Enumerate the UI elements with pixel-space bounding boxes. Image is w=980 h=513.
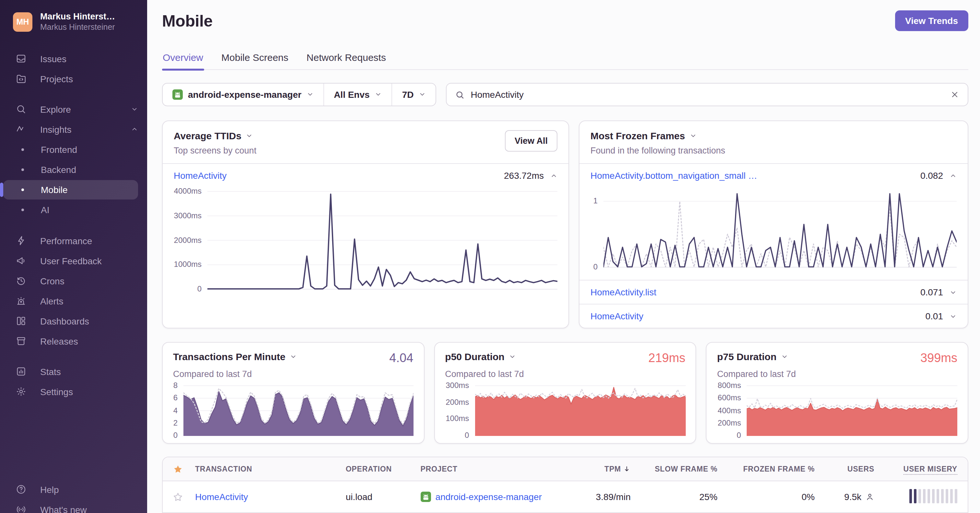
transaction-search[interactable] — [446, 83, 968, 106]
star-icon[interactable] — [173, 464, 195, 474]
project-selector[interactable]: android-expense-manager — [163, 84, 323, 106]
tpm-area-chart[interactable] — [183, 385, 413, 436]
column-header-users[interactable]: USERS — [848, 465, 874, 473]
lightning-icon — [16, 235, 27, 246]
card-title-label: p50 Duration — [445, 351, 504, 362]
gear-icon — [16, 386, 27, 397]
search-icon — [16, 103, 27, 115]
frozen-line-chart[interactable] — [603, 191, 957, 267]
avatar: MH — [13, 12, 32, 32]
column-header-project[interactable]: PROJECT — [420, 465, 561, 473]
inbox-icon — [16, 53, 27, 64]
y-tick-label: 100ms — [445, 414, 469, 424]
sidebar-item-label: Mobile — [41, 184, 68, 195]
sidebar-item-user-feedback[interactable]: User Feedback — [0, 251, 147, 271]
sidebar-item-insights[interactable]: Insights — [0, 119, 147, 139]
transaction-link[interactable]: HomeActivity — [195, 492, 248, 502]
transaction-link[interactable]: HomeActivity — [174, 170, 226, 181]
card-title-label: Transactions Per Minute — [173, 351, 285, 362]
tpm-title-dropdown[interactable]: Transactions Per Minute — [173, 351, 297, 362]
user-org: Markus Hintersteiner — [40, 23, 115, 32]
frozen-accordion-row-3[interactable]: HomeActivity 0.01 — [579, 304, 968, 328]
sidebar-item-crons[interactable]: Crons — [0, 271, 147, 291]
search-input[interactable] — [471, 89, 944, 100]
sidebar-item-ai[interactable]: AI — [3, 200, 138, 219]
column-header-operation[interactable]: OPERATION — [346, 465, 421, 473]
bullet-icon — [21, 148, 24, 151]
sidebar-item-releases[interactable]: Releases — [0, 331, 147, 351]
p75-area-chart[interactable] — [747, 385, 957, 436]
chevron-down-icon[interactable] — [950, 289, 957, 296]
frozen-frames-title-dropdown[interactable]: Most Frozen Frames — [590, 130, 725, 141]
chevron-down-icon — [246, 132, 253, 139]
sidebar-item-settings[interactable]: Settings — [0, 381, 147, 402]
sidebar-item-label: Releases — [40, 336, 78, 346]
sidebar-item-mobile[interactable]: Mobile — [3, 180, 138, 200]
sidebar-item-label: User Feedback — [40, 256, 102, 266]
sidebar-item-label: Stats — [40, 366, 61, 376]
tpm-cell: 3.89/min — [596, 492, 631, 502]
sidebar-item-stats[interactable]: Stats — [0, 361, 147, 381]
sidebar-item-label: What's new — [40, 504, 87, 513]
sidebar-item-dashboards[interactable]: Dashboards — [0, 311, 147, 331]
tab-overview[interactable]: Overview — [162, 52, 204, 69]
insights-row-2: Transactions Per Minute 4.04 Compared to… — [162, 342, 968, 444]
tab-bar: Overview Mobile Screens Network Requests — [162, 52, 968, 70]
y-tick-label: 0 — [737, 430, 741, 440]
view-trends-button[interactable]: View Trends — [895, 10, 968, 31]
transaction-link[interactable]: HomeActivity.bottom_navigation_small … — [590, 170, 757, 181]
sidebar-footer: Help What's new — [0, 479, 147, 513]
archive-box-icon — [16, 335, 27, 347]
average-ttids-title-dropdown[interactable]: Average TTIDs — [174, 130, 256, 141]
sidebar-item-issues[interactable]: Issues — [0, 49, 147, 69]
sidebar-item-whats-new[interactable]: What's new — [0, 499, 147, 513]
y-tick-label: 400ms — [718, 405, 741, 416]
y-tick-label: 2 — [173, 418, 178, 428]
frozen-accordion-row-1[interactable]: HomeActivity.bottom_navigation_small … 0… — [579, 164, 968, 187]
column-header-frozen-frame[interactable]: FROZEN FRAME % — [743, 465, 815, 473]
chevron-down-icon[interactable] — [950, 313, 957, 320]
tab-mobile-screens[interactable]: Mobile Screens — [221, 52, 289, 69]
sidebar-item-performance[interactable]: Performance — [0, 230, 147, 251]
column-header-transaction[interactable]: TRANSACTION — [195, 465, 346, 473]
date-range-selector[interactable]: 7D — [392, 84, 436, 106]
sidebar-item-projects[interactable]: Projects — [0, 69, 147, 89]
clear-search-icon[interactable] — [950, 90, 959, 99]
ttid-accordion-row[interactable]: HomeActivity 263.72ms — [163, 164, 568, 187]
tab-network-requests[interactable]: Network Requests — [306, 52, 387, 69]
p50-area-chart[interactable] — [475, 385, 685, 436]
ttid-line-chart[interactable] — [207, 191, 557, 289]
chevron-down-icon — [419, 89, 426, 100]
transaction-link[interactable]: HomeActivity — [590, 311, 643, 321]
chevron-down-icon — [307, 89, 314, 100]
sidebar-item-frontend[interactable]: Frontend — [3, 140, 138, 159]
p50-title-dropdown[interactable]: p50 Duration — [445, 351, 516, 362]
sidebar-item-label: Projects — [40, 73, 73, 84]
y-tick-label: 0 — [465, 430, 469, 440]
chevron-up-icon[interactable] — [550, 172, 557, 179]
environment-selector[interactable]: All Envs — [323, 84, 392, 106]
column-header-user-misery[interactable]: USER MISERY — [904, 465, 957, 473]
frozen-accordion-row-2[interactable]: HomeActivity.list 0.071 — [579, 280, 968, 304]
p50-y-axis: 300ms200ms100ms0 — [445, 385, 475, 436]
sidebar-item-explore[interactable]: Explore — [0, 99, 147, 119]
column-header-slow-frame[interactable]: SLOW FRAME % — [655, 465, 718, 473]
user-misery-bar — [909, 489, 957, 503]
project-link[interactable]: android-expense-manager — [435, 492, 541, 502]
transaction-link[interactable]: HomeActivity.list — [590, 287, 656, 297]
column-header-tpm[interactable]: TPM — [605, 465, 631, 473]
clock-history-icon — [16, 275, 27, 287]
sidebar-item-label: Crons — [40, 276, 65, 286]
sidebar-item-help[interactable]: Help — [0, 479, 147, 499]
sidebar-item-alerts[interactable]: Alerts — [0, 291, 147, 311]
chevron-up-icon[interactable] — [950, 172, 957, 179]
table-row[interactable]: HomeActivity ui.load android-expense-man… — [163, 481, 968, 512]
android-icon — [172, 89, 183, 100]
users-count: 9.5k — [844, 492, 861, 502]
sidebar-item-backend[interactable]: Backend — [3, 160, 138, 179]
p75-title-dropdown[interactable]: p75 Duration — [717, 351, 788, 362]
view-all-button[interactable]: View All — [505, 130, 557, 152]
star-outline-icon[interactable] — [173, 492, 195, 502]
user-menu[interactable]: MH Markus Hinterst… Markus Hintersteiner — [0, 0, 147, 32]
tpm-chart-block: 86420 — [173, 385, 413, 436]
